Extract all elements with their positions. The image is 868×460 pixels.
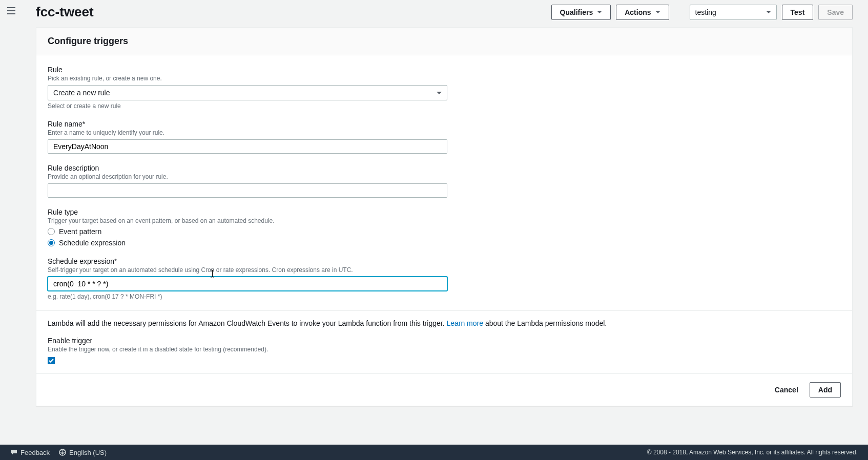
rule-type-label: Rule type: [48, 208, 447, 216]
rule-type-hint: Trigger your target based on an event pa…: [48, 217, 447, 224]
panel-header: Configure triggers: [36, 28, 852, 55]
rule-label: Rule: [48, 66, 447, 74]
schedule-expression-input[interactable]: [48, 277, 447, 291]
globe-icon: [59, 449, 66, 456]
speech-bubble-icon: [10, 449, 17, 455]
page-header: fcc-tweet Qualifiers Actions testing Tes…: [36, 0, 853, 27]
rule-select-value: Create a new rule: [53, 89, 110, 97]
feedback-link[interactable]: Feedback: [10, 449, 50, 456]
learn-more-link[interactable]: Learn more: [446, 319, 483, 327]
schedule-hint: Self-trigger your target on an automated…: [48, 266, 447, 274]
chevron-down-icon: [766, 11, 771, 13]
actions-label: Actions: [625, 8, 651, 16]
rule-below-hint: Select or create a new rule: [48, 102, 447, 110]
panel-title: Configure triggers: [48, 36, 841, 47]
divider: [36, 310, 852, 311]
test-event-select[interactable]: testing: [690, 5, 777, 20]
copyright-text: © 2008 - 2018, Amazon Web Services, Inc.…: [647, 449, 858, 456]
cancel-button[interactable]: Cancel: [769, 383, 804, 397]
rule-select[interactable]: Create a new rule: [48, 85, 447, 100]
rule-name-hint: Enter a name to uniquely identify your r…: [48, 129, 447, 136]
qualifiers-label: Qualifiers: [560, 8, 593, 16]
radio-schedule-label: Schedule expression: [59, 239, 126, 247]
radio-event-pattern[interactable]: Event pattern: [48, 227, 447, 236]
permissions-info: Lambda will add the necessary permission…: [48, 319, 841, 327]
enable-trigger-checkbox[interactable]: [48, 357, 55, 364]
panel-footer: Cancel Add: [36, 373, 852, 406]
menu-hamburger-icon[interactable]: [7, 7, 15, 14]
schedule-label: Schedule expression*: [48, 257, 447, 265]
chevron-down-icon: [655, 11, 660, 13]
radio-event-label: Event pattern: [59, 227, 101, 236]
rule-name-input[interactable]: [48, 139, 447, 154]
radio-schedule-expression[interactable]: Schedule expression: [48, 239, 447, 247]
rule-name-label: Rule name*: [48, 120, 447, 128]
radio-icon-checked: [48, 239, 55, 246]
configure-triggers-panel: Configure triggers Rule Pick an existing…: [36, 27, 853, 406]
schedule-example: e.g. rate(1 day), cron(0 17 ? * MON-FRI …: [48, 293, 447, 300]
add-button[interactable]: Add: [810, 382, 841, 398]
enable-trigger-label: Enable trigger: [48, 337, 447, 345]
page-title: fcc-tweet: [36, 4, 551, 20]
rule-desc-input[interactable]: [48, 183, 447, 198]
rule-desc-hint: Provide an optional description for your…: [48, 173, 447, 180]
radio-icon-unchecked: [48, 228, 55, 235]
footer-bar: Feedback English (US) © 2008 - 2018, Ama…: [0, 445, 868, 460]
chevron-down-icon: [437, 92, 442, 94]
rule-hint: Pick an existing rule, or create a new o…: [48, 75, 447, 82]
language-selector[interactable]: English (US): [59, 449, 107, 456]
check-icon: [49, 359, 54, 363]
actions-dropdown[interactable]: Actions: [616, 5, 669, 20]
chevron-down-icon: [597, 11, 602, 13]
save-button: Save: [818, 5, 853, 20]
test-button[interactable]: Test: [782, 5, 814, 20]
enable-trigger-hint: Enable the trigger now, or create it in …: [48, 346, 447, 353]
test-event-value: testing: [695, 8, 716, 16]
rule-desc-label: Rule description: [48, 164, 447, 172]
qualifiers-dropdown[interactable]: Qualifiers: [551, 5, 611, 20]
